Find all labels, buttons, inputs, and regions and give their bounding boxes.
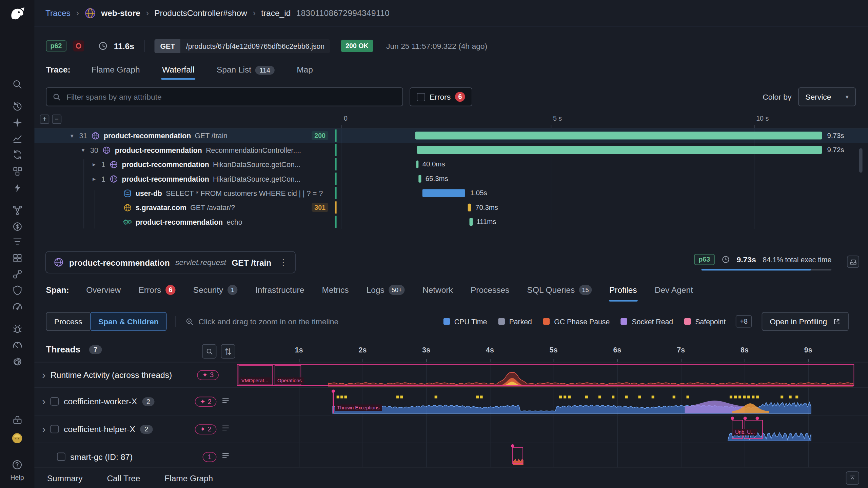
breadcrumb-traces-link[interactable]: Traces <box>45 8 71 18</box>
chevron-down-icon[interactable]: ▾ <box>68 132 75 139</box>
chevron-down-icon[interactable]: ▾ <box>80 146 86 154</box>
span-tab-profiles[interactable]: Profiles <box>609 278 637 302</box>
logs-filter-icon[interactable] <box>11 235 23 247</box>
cpu-activity-chart[interactable]: Thrown Exceptions <box>235 388 855 415</box>
inbox-icon-button[interactable] <box>847 256 859 268</box>
waterfall-row[interactable]: ▸ 1 product-recommendation HikariDataSou… <box>34 171 868 186</box>
thread-checkbox[interactable] <box>51 425 59 433</box>
thread-row-coefficient-helper[interactable]: › coefficient-helper-X 2 ✦2 Un <box>34 415 868 443</box>
tab-span-list[interactable]: Span List114 <box>216 59 276 79</box>
threads-search-button[interactable] <box>202 344 216 359</box>
span-bar[interactable] <box>416 160 418 168</box>
span-tab-sql-queries[interactable]: SQL Queries15 <box>527 278 592 302</box>
span-bar[interactable] <box>419 175 421 183</box>
ai-insight-badge[interactable]: ✦3 <box>197 370 219 380</box>
span-children-toggle[interactable]: Span & Children <box>90 312 167 331</box>
span-bar[interactable] <box>415 132 822 140</box>
process-toggle[interactable]: Process <box>46 312 90 331</box>
span-tab-metrics[interactable]: Metrics <box>321 278 349 302</box>
thread-checkbox[interactable] <box>51 397 59 405</box>
expand-all-button[interactable]: + <box>40 115 50 124</box>
span-tab-overview[interactable]: Overview <box>86 278 121 302</box>
runtime-activity-chart[interactable]: VMOperat... Operations <box>235 362 855 387</box>
tab-waterfall[interactable]: Waterfall <box>161 59 196 79</box>
selection-region[interactable] <box>237 364 854 386</box>
waterfall-row[interactable]: ⚙⚙ product-recommendation echo 111ms <box>34 215 868 229</box>
span-tab-logs[interactable]: Logs50+ <box>366 278 405 302</box>
thread-row-runtime-activity[interactable]: › Runtime Activity (across threads) ✦3 V… <box>34 362 868 388</box>
history-icon[interactable] <box>11 100 23 113</box>
collapse-all-button[interactable]: − <box>52 115 61 124</box>
threads-sort-button[interactable]: ⇅ <box>221 344 235 359</box>
dashboards-icon[interactable] <box>11 252 23 264</box>
tab-call-tree[interactable]: Call Tree <box>107 473 140 483</box>
actions-bolt-icon[interactable] <box>11 182 23 194</box>
thread-row-coefficient-worker[interactable]: › coefficient-worker-X 2 ✦2 <box>34 388 868 415</box>
help-label[interactable]: Help <box>0 474 34 482</box>
open-in-profiling-button[interactable]: Open in Profiling <box>762 312 849 331</box>
thread-list-icon[interactable] <box>221 396 230 407</box>
profiling-speed-icon[interactable] <box>11 339 23 351</box>
tab-flame-graph[interactable]: Flame Graph <box>90 59 141 79</box>
chevron-right-icon[interactable]: ▸ <box>91 175 98 182</box>
span-filter-input[interactable] <box>65 92 397 102</box>
color-by-select[interactable]: Service ▾ <box>798 87 856 106</box>
errors-filter[interactable]: Errors 6 <box>410 87 472 106</box>
service-map-icon[interactable] <box>11 204 23 216</box>
thread-checkbox[interactable] <box>57 453 65 461</box>
breadcrumb-service[interactable]: web-store <box>101 8 140 18</box>
waterfall-row[interactable]: ▸ 1 product-recommendation HikariDataSou… <box>34 157 868 171</box>
thread-list-icon[interactable] <box>221 451 230 462</box>
thread-row-smart-gc[interactable]: smart-gc (ID: 87) 1 <box>34 443 868 468</box>
span-tab-infrastructure[interactable]: Infrastructure <box>255 278 305 302</box>
kebab-menu-icon[interactable]: ⋮ <box>279 257 287 267</box>
help-icon[interactable] <box>11 459 23 471</box>
integrations-icon[interactable] <box>11 165 23 177</box>
span-bar[interactable] <box>468 204 471 211</box>
service-catalog-icon[interactable] <box>11 148 23 161</box>
ai-insight-badge[interactable]: ✦2 <box>195 396 216 406</box>
breadcrumb-resource[interactable]: ProductsController#show <box>154 8 247 18</box>
span-bar[interactable] <box>422 189 465 197</box>
watchdog-sparkle-icon[interactable] <box>11 116 23 128</box>
metrics-chart-icon[interactable] <box>11 132 23 144</box>
legend-more-button[interactable]: +8 <box>735 316 752 328</box>
user-avatar[interactable] <box>11 432 23 444</box>
span-filter-input-box[interactable] <box>46 87 403 106</box>
span-bar[interactable] <box>417 146 822 154</box>
chevron-right-icon[interactable]: › <box>42 396 45 407</box>
gc-activity-chart[interactable] <box>235 443 855 468</box>
chevron-right-icon[interactable]: › <box>42 370 45 380</box>
span-tab-errors[interactable]: Errors6 <box>138 278 176 302</box>
error-tracking-bug-icon[interactable] <box>11 323 23 335</box>
span-tab-processes[interactable]: Processes <box>470 278 510 302</box>
cost-dollar-icon[interactable] <box>11 220 23 232</box>
errors-checkbox[interactable] <box>417 93 425 101</box>
span-tab-dev-agent[interactable]: Dev Agent <box>654 278 693 302</box>
ai-insight-badge[interactable]: 1 <box>203 452 216 462</box>
tab-summary[interactable]: Summary <box>47 473 83 483</box>
ci-spiral-icon[interactable] <box>11 355 23 367</box>
profile-legend: CPU Time Parked GC Phase Pause Socket Re… <box>443 317 726 325</box>
search-icon[interactable] <box>11 78 23 90</box>
ai-insight-badge[interactable]: ✦2 <box>195 424 216 434</box>
span-bar[interactable] <box>470 218 473 226</box>
expand-panel-button[interactable] <box>846 471 859 485</box>
tab-map[interactable]: Map <box>296 59 314 79</box>
waterfall-row[interactable]: ▾ 30 product-recommendation Recommendati… <box>34 143 868 157</box>
tab-flame-graph[interactable]: Flame Graph <box>164 473 213 483</box>
waterfall-row[interactable]: ▾ 31 product-recommendation GET /train 2… <box>34 128 868 143</box>
scrollbar[interactable] <box>859 148 863 173</box>
apm-link-icon[interactable] <box>11 268 23 280</box>
span-tab-security[interactable]: Security1 <box>193 278 238 302</box>
chevron-right-icon[interactable]: ▸ <box>91 161 98 168</box>
waterfall-row[interactable]: s.gravatar.com GET /avatar/? 301 70.3ms <box>34 200 868 215</box>
waterfall-row[interactable]: user-db SELECT * FROM customers WHERE ci… <box>34 186 868 200</box>
cpu-activity-chart[interactable]: Unb. U... <box>235 415 855 443</box>
monitors-gauge-icon[interactable] <box>11 301 23 313</box>
security-shield-icon[interactable] <box>11 284 23 296</box>
thread-list-icon[interactable] <box>221 424 230 434</box>
span-tab-network[interactable]: Network <box>422 278 453 302</box>
chevron-right-icon[interactable]: › <box>42 424 45 434</box>
workers-icon[interactable] <box>11 413 23 426</box>
